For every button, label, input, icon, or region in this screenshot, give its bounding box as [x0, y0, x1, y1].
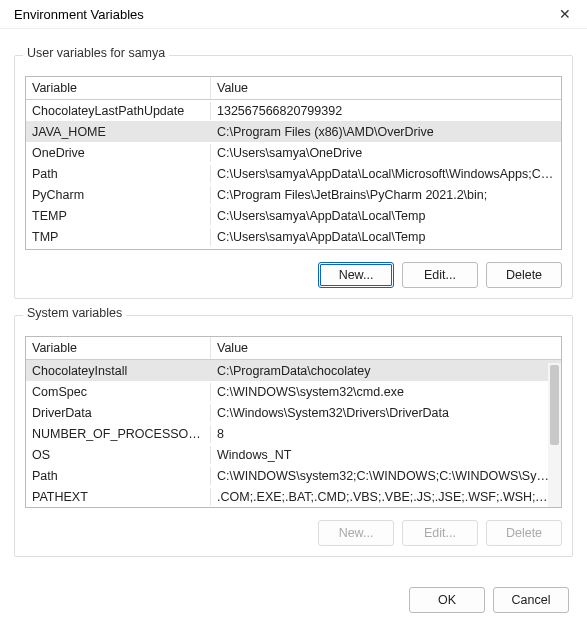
table-row[interactable]: DriverDataC:\Windows\System32\Drivers\Dr… — [26, 402, 561, 423]
system-scrollthumb[interactable] — [550, 365, 559, 445]
system-scrollbar[interactable] — [548, 363, 561, 507]
table-row[interactable]: OSWindows_NT — [26, 444, 561, 465]
system-variables-table[interactable]: Variable Value ChocolateyInstallC:\Progr… — [25, 336, 562, 508]
cell-value: C:\WINDOWS\system32\cmd.exe — [211, 383, 561, 401]
cell-variable: TEMP — [26, 207, 211, 225]
table-row[interactable]: PyCharmC:\Program Files\JetBrains\PyChar… — [26, 184, 561, 205]
system-col-value[interactable]: Value — [211, 337, 561, 359]
cell-value: C:\Users\samya\OneDrive — [211, 144, 561, 162]
table-row[interactable]: ComSpecC:\WINDOWS\system32\cmd.exe — [26, 381, 561, 402]
system-delete-button[interactable]: Delete — [486, 520, 562, 546]
cancel-button[interactable]: Cancel — [493, 587, 569, 613]
table-row[interactable]: TEMPC:\Users\samya\AppData\Local\Temp — [26, 205, 561, 226]
table-row[interactable]: ChocolateyInstallC:\ProgramData\chocolat… — [26, 360, 561, 381]
system-buttons: New... Edit... Delete — [25, 520, 562, 546]
table-row[interactable]: JAVA_HOMEC:\Program Files (x86)\AMD\Over… — [26, 121, 561, 142]
dialog-footer: OK Cancel — [0, 569, 587, 625]
ok-button[interactable]: OK — [409, 587, 485, 613]
user-variables-title: User variables for samya — [23, 46, 169, 60]
user-delete-button[interactable]: Delete — [486, 262, 562, 288]
table-row[interactable]: TMPC:\Users\samya\AppData\Local\Temp — [26, 226, 561, 247]
cell-variable: Path — [26, 165, 211, 183]
user-col-variable[interactable]: Variable — [26, 77, 211, 99]
system-new-button[interactable]: New... — [318, 520, 394, 546]
cell-value: .COM;.EXE;.BAT;.CMD;.VBS;.VBE;.JS;.JSE;.… — [211, 488, 561, 506]
dialog-content: User variables for samya Variable Value … — [0, 29, 587, 569]
system-table-body: ChocolateyInstallC:\ProgramData\chocolat… — [26, 360, 561, 507]
user-new-button[interactable]: New... — [318, 262, 394, 288]
cell-value: C:\Users\samya\AppData\Local\Microsoft\W… — [211, 165, 561, 183]
user-variables-table[interactable]: Variable Value ChocolateyLastPathUpdate1… — [25, 76, 562, 250]
user-table-body: ChocolateyLastPathUpdate1325675668207993… — [26, 100, 561, 247]
cell-variable: TMP — [26, 228, 211, 246]
cell-variable: PyCharm — [26, 186, 211, 204]
cell-value: C:\Users\samya\AppData\Local\Temp — [211, 228, 561, 246]
cell-variable: ChocolateyInstall — [26, 362, 211, 380]
system-edit-button[interactable]: Edit... — [402, 520, 478, 546]
titlebar: Environment Variables ✕ — [0, 0, 587, 29]
cell-value: C:\Program Files (x86)\AMD\OverDrive — [211, 123, 561, 141]
user-table-header: Variable Value — [26, 77, 561, 100]
user-buttons: New... Edit... Delete — [25, 262, 562, 288]
table-row[interactable]: PATHEXT.COM;.EXE;.BAT;.CMD;.VBS;.VBE;.JS… — [26, 486, 561, 507]
cell-value: 8 — [211, 425, 561, 443]
cell-value: C:\ProgramData\chocolatey — [211, 362, 561, 380]
cell-variable: ChocolateyLastPathUpdate — [26, 102, 211, 120]
cell-variable: DriverData — [26, 404, 211, 422]
cell-value: 132567566820799392 — [211, 102, 561, 120]
close-icon[interactable]: ✕ — [553, 6, 577, 22]
cell-value: C:\WINDOWS\system32;C:\WINDOWS;C:\WINDOW… — [211, 467, 561, 485]
system-variables-title: System variables — [23, 306, 126, 320]
cell-variable: JAVA_HOME — [26, 123, 211, 141]
cell-value: C:\Windows\System32\Drivers\DriverData — [211, 404, 561, 422]
system-table-header: Variable Value — [26, 337, 561, 360]
system-col-variable[interactable]: Variable — [26, 337, 211, 359]
window-title: Environment Variables — [14, 7, 144, 22]
table-row[interactable]: PathC:\WINDOWS\system32;C:\WINDOWS;C:\WI… — [26, 465, 561, 486]
table-row[interactable]: OneDriveC:\Users\samya\OneDrive — [26, 142, 561, 163]
cell-variable: OneDrive — [26, 144, 211, 162]
cell-variable: OS — [26, 446, 211, 464]
cell-variable: PATHEXT — [26, 488, 211, 506]
table-row[interactable]: ChocolateyLastPathUpdate1325675668207993… — [26, 100, 561, 121]
table-row[interactable]: NUMBER_OF_PROCESSORS8 — [26, 423, 561, 444]
user-edit-button[interactable]: Edit... — [402, 262, 478, 288]
cell-value: C:\Program Files\JetBrains\PyCharm 2021.… — [211, 186, 561, 204]
table-row[interactable]: PathC:\Users\samya\AppData\Local\Microso… — [26, 163, 561, 184]
system-variables-group: System variables Variable Value Chocolat… — [14, 315, 573, 557]
cell-variable: ComSpec — [26, 383, 211, 401]
cell-variable: Path — [26, 467, 211, 485]
cell-variable: NUMBER_OF_PROCESSORS — [26, 425, 211, 443]
cell-value: Windows_NT — [211, 446, 561, 464]
user-col-value[interactable]: Value — [211, 77, 561, 99]
user-variables-group: User variables for samya Variable Value … — [14, 55, 573, 299]
cell-value: C:\Users\samya\AppData\Local\Temp — [211, 207, 561, 225]
